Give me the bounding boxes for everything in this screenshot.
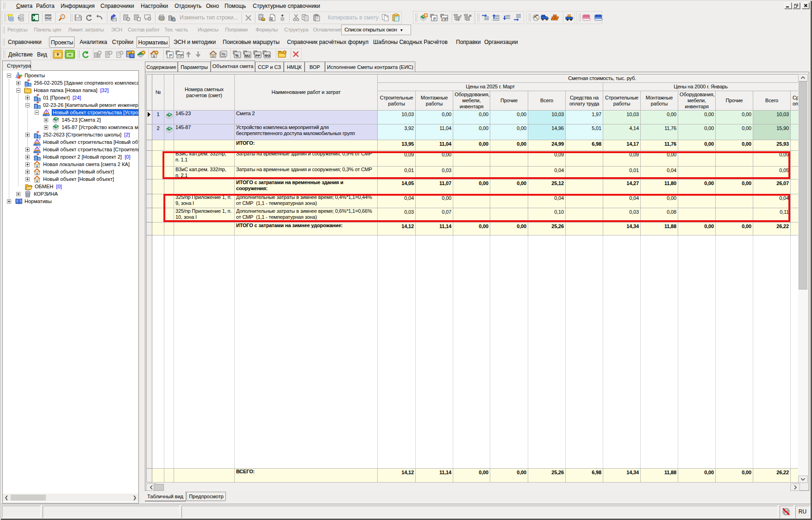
svg-text:P: P xyxy=(433,17,436,21)
svg-text:%: % xyxy=(222,52,225,56)
svg-text:М2: М2 xyxy=(245,54,250,58)
svg-text:ПР: ПР xyxy=(443,17,448,21)
svg-text:PDF: PDF xyxy=(45,15,51,19)
svg-text:ФЗ: ФЗ xyxy=(265,54,270,58)
svg-text:РР: РР xyxy=(256,54,261,58)
svg-text:%: % xyxy=(235,53,239,58)
svg-text:P: P xyxy=(169,53,172,58)
svg-text:*: * xyxy=(113,18,114,21)
svg-text:ПР: ПР xyxy=(178,53,183,58)
